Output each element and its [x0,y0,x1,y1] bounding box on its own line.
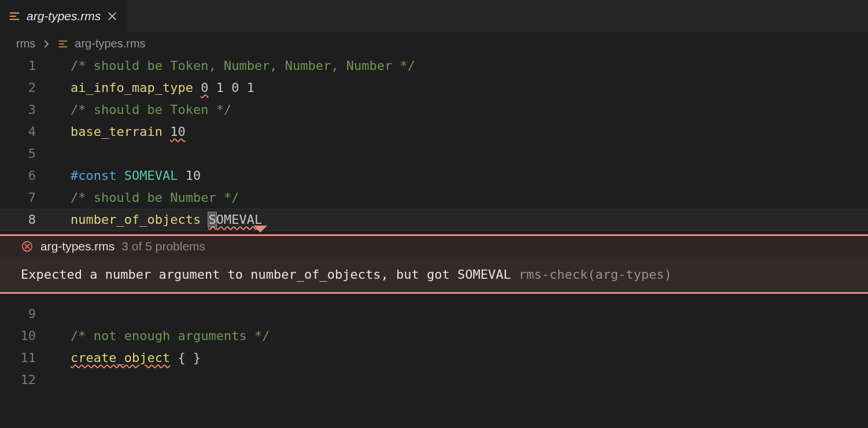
code-line[interactable]: 7 /* should be Number */ [0,187,868,209]
code-editor[interactable]: 1 /* should be Token, Number, Number, Nu… [0,55,868,391]
chevron-right-icon [41,39,51,49]
code-line[interactable]: 1 /* should be Token, Number, Number, Nu… [0,55,868,77]
line-number: 2 [0,77,50,99]
code-line[interactable]: 6 #const SOMEVAL 10 [0,165,868,187]
file-icon [8,10,21,23]
tab-label: arg-types.rms [27,9,101,23]
code-line-active[interactable]: 8 number_of_objects SOMEVAL [0,209,868,231]
problem-counts: 3 of 5 problems [121,239,205,253]
file-icon [57,38,69,50]
problem-header[interactable]: arg-types.rms 3 of 5 problems [0,234,868,257]
code-line[interactable]: 5 [0,143,868,165]
problem-message[interactable]: Expected a number argument to number_of_… [0,257,868,294]
code-line[interactable]: 9 [0,303,868,325]
line-number: 10 [0,325,50,347]
breadcrumb-folder[interactable]: rms [16,37,35,50]
cursor: S [208,212,216,227]
line-number: 1 [0,55,50,77]
line-number: 11 [0,347,50,369]
line-number: 3 [0,99,50,121]
close-icon[interactable] [106,10,118,22]
code-line[interactable]: 4 base_terrain 10 [0,121,868,143]
code-line[interactable]: 12 [0,369,868,391]
code-line[interactable]: 3 /* should be Token */ [0,99,868,121]
line-number: 12 [0,369,50,391]
code-line[interactable]: 11 create_object { } [0,347,868,369]
line-number: 6 [0,165,50,187]
line-number: 9 [0,303,50,325]
problem-peek: arg-types.rms 3 of 5 problems Expected a… [0,234,868,294]
breadcrumb[interactable]: rms arg-types.rms [0,32,868,55]
breadcrumb-file[interactable]: arg-types.rms [75,37,145,50]
error-icon [21,240,34,253]
line-number: 4 [0,121,50,143]
line-number: 7 [0,187,50,209]
code-line[interactable]: 10 /* not enough arguments */ [0,325,868,347]
code-line[interactable]: 2 ai_info_map_type 0 1 0 1 [0,77,868,99]
problem-file: arg-types.rms [40,239,114,253]
tab-bar: arg-types.rms [0,0,868,32]
tab-arg-types[interactable]: arg-types.rms [0,0,127,32]
line-number: 5 [0,143,50,165]
line-number: 8 [0,209,50,231]
error-pointer-icon [253,226,267,233]
